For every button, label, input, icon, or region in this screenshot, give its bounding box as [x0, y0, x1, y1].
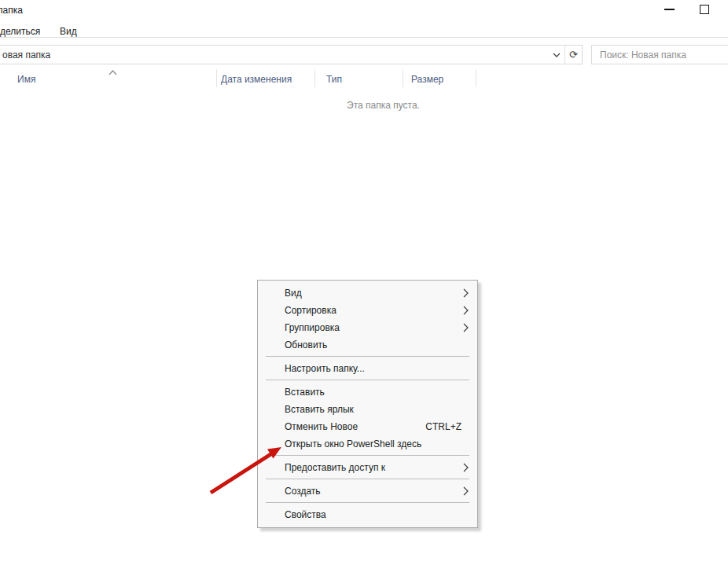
submenu-chevron-icon — [463, 306, 469, 315]
menu-separator — [266, 479, 469, 479]
menu-separator — [266, 455, 469, 456]
submenu-chevron-icon — [463, 486, 469, 496]
chevron-down-icon[interactable] — [549, 46, 564, 64]
menu-item-label: Создать — [285, 486, 321, 497]
search-input[interactable] — [592, 46, 728, 64]
window-title: папка — [0, 5, 23, 16]
column-divider[interactable] — [403, 69, 403, 87]
column-header-date-modified[interactable]: Дата изменения — [221, 74, 292, 85]
menu-item-label: Открыть окно PowerShell здесь — [285, 438, 421, 449]
context-menu-item[interactable]: Сортировка — [258, 302, 477, 319]
title-bar: папка — [0, 0, 728, 25]
column-divider[interactable] — [314, 69, 315, 87]
submenu-chevron-icon — [463, 463, 469, 472]
menu-separator — [266, 502, 469, 503]
address-path[interactable]: овая папка — [2, 50, 50, 61]
explorer-window: папка делиться Вид овая папка ⟳ Имя Дата… — [0, 0, 728, 565]
context-menu-item[interactable]: Вставить — [258, 383, 477, 401]
ribbon-tabs: делиться Вид — [0, 25, 728, 37]
menu-separator — [266, 356, 469, 357]
menu-item-label: Отменить Новое — [285, 421, 358, 432]
menu-separator — [266, 380, 469, 380]
context-menu: Вид Сортировка Группировка Обновить — [257, 280, 478, 528]
context-menu-item[interactable]: Отменить Новое CTRL+Z — [258, 418, 477, 435]
column-header-size[interactable]: Размер — [411, 74, 443, 85]
menu-item-label: Вставить — [285, 387, 325, 398]
context-menu-item[interactable]: Свойства — [258, 506, 477, 523]
menu-item-label: Вставить ярлык — [285, 404, 354, 415]
minimize-icon[interactable] — [664, 9, 675, 10]
tab-share[interactable]: делиться — [0, 26, 40, 37]
menu-item-label: Сортировка — [285, 305, 336, 316]
menu-item-label: Свойства — [285, 509, 326, 520]
search-box[interactable] — [591, 45, 728, 64]
column-divider[interactable] — [476, 69, 476, 87]
empty-folder-message: Эта папка пуста. — [347, 100, 420, 111]
context-menu-item-annotated[interactable]: Открыть окно PowerShell здесь — [258, 435, 477, 453]
tab-view[interactable]: Вид — [60, 26, 77, 37]
maximize-icon[interactable] — [700, 5, 709, 14]
column-header-name[interactable]: Имя — [17, 74, 35, 85]
column-divider[interactable] — [216, 69, 217, 87]
menu-item-label: Обновить — [285, 339, 327, 350]
menu-item-label: Настроить папку... — [285, 363, 365, 374]
menu-item-shortcut: CTRL+Z — [425, 421, 469, 432]
menu-item-label: Предоставить доступ к — [285, 462, 385, 473]
refresh-icon[interactable]: ⟳ — [565, 46, 582, 64]
context-menu-item[interactable]: Вставить ярлык — [258, 401, 477, 418]
ribbon-divider — [0, 37, 728, 38]
context-menu-item[interactable]: Настроить папку... — [258, 360, 477, 377]
context-menu-item[interactable]: Предоставить доступ к — [258, 459, 477, 476]
address-bar[interactable]: овая папка ⟳ — [0, 45, 583, 64]
submenu-chevron-icon — [463, 288, 469, 298]
context-menu-item[interactable]: Обновить — [258, 336, 477, 354]
column-header-row: Имя Дата изменения Тип Размер — [0, 69, 728, 88]
column-header-type[interactable]: Тип — [326, 74, 342, 85]
menu-item-label: Вид — [285, 288, 302, 299]
context-menu-item[interactable]: Группировка — [258, 319, 477, 336]
sort-ascending-icon — [108, 67, 117, 78]
submenu-chevron-icon — [463, 323, 469, 332]
menu-item-label: Группировка — [285, 322, 340, 333]
context-menu-item[interactable]: Вид — [258, 284, 477, 302]
context-menu-item[interactable]: Создать — [258, 482, 477, 500]
